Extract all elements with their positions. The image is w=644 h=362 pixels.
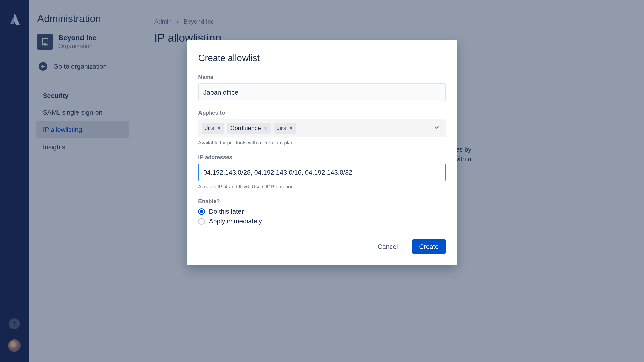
radio-do-this-later[interactable]: Do this later <box>198 208 446 215</box>
tag-confluence: Confluence ✕ <box>227 123 271 134</box>
ip-hint: Accepts IPv4 and IPv6. Use CIDR notation… <box>198 184 446 190</box>
name-input[interactable] <box>198 83 446 101</box>
chevron-down-icon[interactable] <box>434 124 440 132</box>
ip-label: IP addresses <box>198 154 446 161</box>
modal-overlay[interactable]: Create allowlist Name Applies to Jira ✕ … <box>0 0 644 362</box>
remove-tag-icon[interactable]: ✕ <box>289 125 293 131</box>
cancel-button[interactable]: Cancel <box>371 239 405 254</box>
radio-icon <box>198 208 205 215</box>
modal-title: Create allowlist <box>198 53 446 63</box>
applies-to-hint: Available for products with a Premium pl… <box>198 140 446 146</box>
create-button[interactable]: Create <box>412 239 446 254</box>
name-label: Name <box>198 74 446 80</box>
create-allowlist-modal: Create allowlist Name Applies to Jira ✕ … <box>187 40 457 265</box>
tag-jira-2: Jira ✕ <box>274 123 296 134</box>
enable-label: Enable? <box>198 198 446 205</box>
applies-to-select[interactable]: Jira ✕ Confluence ✕ Jira ✕ <box>198 119 446 137</box>
applies-to-label: Applies to <box>198 110 446 116</box>
tag-jira-1: Jira ✕ <box>202 123 224 134</box>
radio-apply-immediately[interactable]: Apply immediately <box>198 217 446 225</box>
remove-tag-icon[interactable]: ✕ <box>217 125 221 131</box>
radio-icon <box>198 218 205 225</box>
ip-addresses-input[interactable] <box>198 164 446 181</box>
remove-tag-icon[interactable]: ✕ <box>263 125 268 131</box>
